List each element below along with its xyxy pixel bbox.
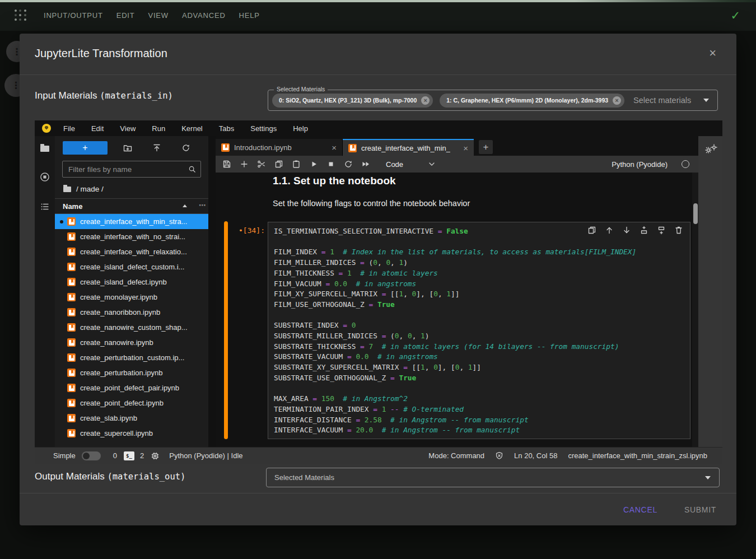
kernel-name[interactable]: Python (Pyodide) bbox=[612, 160, 668, 169]
search-icon bbox=[188, 165, 196, 173]
file-list-item[interactable]: create_island_defect_custom.i... bbox=[55, 259, 208, 274]
restart-run-all-icon[interactable] bbox=[361, 160, 370, 169]
code-cell-editor[interactable]: IS_TERMINATIONS_SELECTION_INTERACTIVE = … bbox=[268, 222, 690, 439]
file-list-item[interactable]: create_interface_with_min_stra... bbox=[55, 214, 208, 229]
menu-item-edit[interactable]: EDIT bbox=[116, 11, 135, 20]
breadcrumb-path[interactable]: / made / bbox=[76, 185, 104, 193]
file-list-item[interactable]: create_island_defect.ipynb bbox=[55, 274, 208, 290]
file-list-item[interactable]: create_slab.ipynb bbox=[55, 411, 208, 426]
chip-remove-icon[interactable]: × bbox=[613, 96, 621, 105]
file-list-item[interactable]: create_point_defect.ipynb bbox=[55, 395, 208, 411]
file-list-item[interactable]: create_nanoribbon.ipynb bbox=[55, 305, 208, 320]
kernel-chip-icon[interactable] bbox=[151, 451, 160, 460]
move-cell-up-icon[interactable] bbox=[605, 226, 614, 235]
close-icon[interactable]: × bbox=[709, 47, 716, 59]
kernel-status-text[interactable]: Python (Pyodide) | Idle bbox=[169, 451, 242, 460]
name-column-header[interactable]: Name bbox=[63, 202, 82, 211]
widget-right-strip bbox=[698, 136, 722, 447]
save-icon[interactable] bbox=[222, 160, 231, 169]
tab-close-icon[interactable]: × bbox=[332, 143, 337, 152]
tab-introduction[interactable]: Introduction.ipynb × bbox=[216, 139, 343, 156]
settings-gears-icon[interactable] bbox=[704, 145, 717, 159]
add-cell-icon[interactable] bbox=[240, 160, 249, 169]
tab-create-interface-with-min[interactable]: create_interface_with_min_ × bbox=[343, 139, 474, 156]
menu-item-file[interactable]: File bbox=[63, 124, 75, 133]
copy-icon[interactable] bbox=[274, 160, 283, 169]
tab-label[interactable]: Introduction.ipynb bbox=[234, 143, 292, 152]
table-of-contents-icon[interactable] bbox=[40, 202, 49, 211]
shield-x-icon[interactable] bbox=[495, 451, 503, 460]
file-list-item[interactable]: create_nanowire_custom_shap... bbox=[55, 320, 208, 335]
cursor-position[interactable]: Ln 20, Col 58 bbox=[514, 451, 557, 460]
paste-icon[interactable] bbox=[292, 160, 301, 169]
notebook-scrollbar[interactable] bbox=[692, 173, 698, 447]
file-list-item[interactable]: create_perturbation_custom.ip... bbox=[55, 350, 208, 365]
file-name: create_interface_with_no_strai... bbox=[80, 232, 185, 241]
file-list-item[interactable]: create_point_defect_pair.ipynb bbox=[55, 380, 208, 395]
restart-kernel-icon[interactable] bbox=[344, 160, 353, 169]
running-sessions-icon[interactable] bbox=[40, 172, 50, 182]
execution-count: •[34]: bbox=[231, 226, 265, 235]
editor-mode[interactable]: Mode: Command bbox=[428, 451, 484, 460]
menu-item-edit[interactable]: Edit bbox=[91, 124, 104, 133]
cell-collapser[interactable] bbox=[224, 221, 228, 439]
menu-item-help[interactable]: HELP bbox=[239, 11, 260, 20]
menu-item-input-output[interactable]: INPUT/OUTPUT bbox=[44, 11, 103, 20]
home-folder-icon[interactable] bbox=[63, 187, 71, 192]
duplicate-cell-icon[interactable] bbox=[587, 226, 596, 235]
menu-item-view[interactable]: View bbox=[120, 124, 136, 133]
new-tab-button[interactable]: + bbox=[479, 140, 493, 154]
menu-item-view[interactable]: VIEW bbox=[148, 11, 168, 20]
breadcrumb[interactable]: / made / bbox=[55, 182, 208, 196]
file-list-header[interactable]: Name ⋯ bbox=[55, 198, 208, 214]
menu-item-kernel[interactable]: Kernel bbox=[181, 124, 203, 133]
cut-icon[interactable] bbox=[257, 160, 266, 169]
material-chip[interactable]: 1: C, Graphene, HEX (P6/mmm) 2D (Monolay… bbox=[440, 94, 624, 108]
stop-icon[interactable] bbox=[326, 160, 335, 169]
menu-item-tabs[interactable]: Tabs bbox=[219, 124, 234, 133]
app-menu: INPUT/OUTPUTEDITVIEWADVANCEDHELP bbox=[44, 11, 260, 20]
new-launcher-button[interactable]: + bbox=[63, 141, 108, 155]
chevron-down-icon[interactable] bbox=[427, 160, 436, 169]
tab-label[interactable]: create_interface_with_min_ bbox=[361, 144, 450, 152]
panel-resizer[interactable] bbox=[208, 136, 216, 447]
cell-type-select[interactable]: Code bbox=[386, 160, 403, 169]
filter-files-field[interactable] bbox=[67, 165, 188, 174]
insert-cell-below-icon[interactable] bbox=[657, 226, 666, 235]
simple-mode-toggle[interactable] bbox=[82, 451, 101, 460]
file-list-item[interactable]: create_interface_with_relaxatio... bbox=[55, 244, 208, 259]
upload-icon[interactable] bbox=[152, 143, 161, 152]
delete-cell-icon[interactable] bbox=[674, 226, 683, 235]
file-browser-icon[interactable] bbox=[40, 146, 49, 152]
dropdown-arrow-icon[interactable] bbox=[705, 476, 711, 479]
scrollbar-thumb[interactable] bbox=[693, 203, 698, 224]
file-list-item[interactable]: create_interface_with_no_strai... bbox=[55, 229, 208, 244]
menu-item-help[interactable]: Help bbox=[293, 124, 308, 133]
file-list-item[interactable]: create_nanowire.ipynb bbox=[55, 335, 208, 350]
cancel-button[interactable]: CANCEL bbox=[618, 502, 663, 518]
material-chip[interactable]: 0: SiO2, Quartz, HEX (P3_121) 3D (Bulk),… bbox=[272, 94, 433, 108]
new-folder-icon[interactable] bbox=[123, 143, 132, 152]
menu-item-settings[interactable]: Settings bbox=[250, 124, 277, 133]
insert-cell-above-icon[interactable] bbox=[640, 226, 648, 235]
file-list-item[interactable]: create_perturbation.ipynb bbox=[55, 365, 208, 380]
menu-item-advanced[interactable]: ADVANCED bbox=[182, 11, 226, 20]
input-materials-select[interactable]: Selected Materials 0: SiO2, Quartz, HEX … bbox=[268, 90, 718, 111]
input-materials-variable: (materials_in) bbox=[100, 91, 173, 101]
run-icon[interactable] bbox=[309, 160, 318, 169]
filter-files-input[interactable] bbox=[62, 161, 201, 178]
refresh-icon[interactable] bbox=[181, 143, 190, 152]
move-cell-down-icon[interactable] bbox=[622, 226, 631, 235]
check-icon[interactable]: ✓ bbox=[730, 9, 740, 22]
more-options-icon[interactable]: ⋯ bbox=[199, 201, 207, 209]
dropdown-arrow-icon[interactable] bbox=[703, 99, 709, 102]
chip-remove-icon[interactable]: × bbox=[421, 96, 430, 105]
file-list-item[interactable]: create_monolayer.ipynb bbox=[55, 290, 208, 305]
submit-button[interactable]: SUBMIT bbox=[679, 502, 722, 518]
tab-close-icon[interactable]: × bbox=[463, 144, 468, 152]
terminal-icon[interactable]: $_ bbox=[124, 451, 134, 460]
menu-item-run[interactable]: Run bbox=[152, 124, 165, 133]
file-list-item[interactable]: create_supercell.ipynb bbox=[55, 426, 208, 441]
app-logo-icon[interactable] bbox=[13, 8, 28, 23]
output-materials-select[interactable]: Selected Materials bbox=[266, 468, 720, 487]
